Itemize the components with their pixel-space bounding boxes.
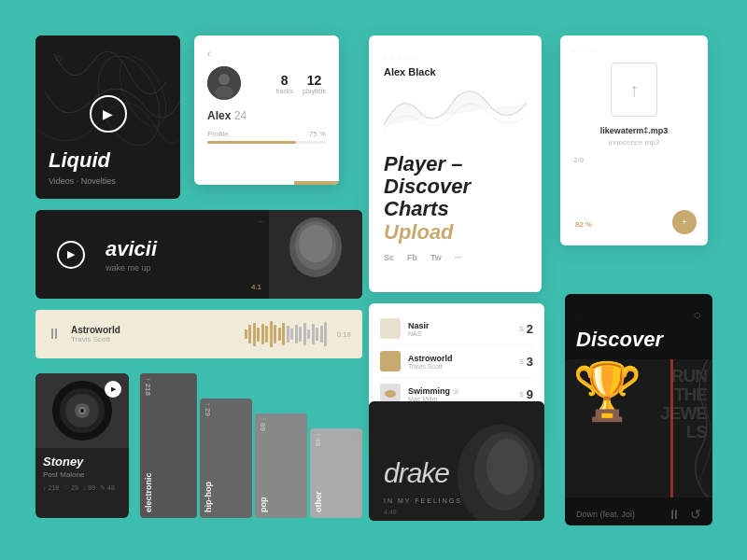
discover-footer: Down (feat. Joi) ⏸ ↺: [565, 497, 712, 525]
swimming-info: Swimming ♪ Mac Miller: [408, 386, 519, 402]
discover-search-icon[interactable]: ○: [694, 307, 701, 322]
discover-controls[interactable]: ⏸ ↺: [668, 507, 701, 522]
card-astroworld-player: ⏸ Astroworld Travis Scott 0:18: [35, 310, 362, 358]
astroworld-icon: [380, 351, 401, 371]
astro-time: 0:18: [336, 330, 351, 339]
svg-point-15: [80, 409, 84, 413]
liquid-subtitle: Videos · Novelties: [49, 176, 116, 186]
astroworld-price: 3: [527, 355, 533, 369]
stoney-info: Stoney Post Malone ♪ 218 ♡ 29 ↓ 89 ✎ 48: [35, 448, 129, 497]
card-genre: electronic ↑ 218 hip-hop ↑ 29 pop ↑ 89 o…: [140, 373, 362, 518]
card-stoney: ▶ Stoney Post Malone ♪ 218 ♡ 29 ↓ 89 ✎ 4…: [35, 373, 129, 518]
upload-icon-box[interactable]: ↑: [611, 63, 657, 117]
drake-name: drake: [384, 457, 449, 489]
discover-song: Down (feat. Joi): [576, 510, 635, 519]
progress-bar: [207, 141, 326, 144]
svg-point-9: [299, 225, 332, 262]
discover-title-area: Discover: [565, 328, 712, 359]
wave-graphic: [384, 79, 527, 140]
playlist-count: 12 playlists: [303, 73, 326, 94]
astro-pause-button[interactable]: ⏸: [47, 326, 62, 343]
swimming-price: 9: [527, 387, 533, 401]
avicii-track: wake me up: [106, 263, 260, 273]
card-drake: drake IN MY FEELINGS 4:49: [369, 401, 544, 521]
discover-wave: [675, 359, 712, 497]
discover-header: · · ○: [565, 294, 712, 328]
discover-title: Discover: [576, 328, 701, 352]
upload-progress-btn[interactable]: +: [672, 210, 697, 234]
profile-name: Alex 24: [207, 109, 326, 122]
drake-track: IN MY FEELINGS: [384, 497, 462, 504]
back-button[interactable]: ‹: [207, 49, 326, 59]
social-tw[interactable]: Tw: [430, 253, 442, 262]
discover-pause-button[interactable]: ⏸: [668, 507, 681, 522]
genre-other[interactable]: other ↑ 48: [310, 428, 362, 518]
social-sc[interactable]: Sc: [384, 253, 394, 262]
avicii-face: [269, 210, 362, 299]
card-player-main: · · · · · Alex Black Player – Discover C…: [369, 35, 542, 292]
svg-point-5: [218, 74, 230, 85]
nasir-dollar-sign: $: [519, 325, 523, 333]
track-count: 8 tracks: [275, 73, 293, 94]
player-artist: Alex Black: [384, 66, 527, 77]
stoney-stat2: ♡ 29: [63, 484, 78, 492]
avicii-menu[interactable]: ···: [258, 217, 264, 226]
card-liquid: ▶ Liquid Videos · Novelties: [35, 35, 180, 199]
page-info: 2/9: [573, 156, 695, 164]
swimming-dollar-sign: $: [519, 390, 523, 399]
play-button[interactable]: ▶: [90, 95, 127, 133]
stoney-stat1: ♪ 218: [43, 484, 59, 492]
nasir-price: 2: [527, 322, 533, 336]
svg-point-6: [215, 86, 233, 99]
stoney-artist: Post Malone: [43, 470, 121, 479]
card-discover: · · ○ Discover 🏆 RUNTHEJEWELS Down (feat…: [565, 294, 712, 525]
astro-artist: Travis Scott: [71, 335, 235, 343]
player-menu[interactable]: Player – Discover Charts Upload: [384, 153, 527, 244]
file-name: likewaterm‡.mp3: [573, 126, 695, 135]
social-fb[interactable]: Fb: [407, 253, 417, 262]
card-avicii: ▶ avicii wake me up 4.1 ···: [35, 210, 362, 299]
social-more[interactable]: ···: [455, 253, 462, 262]
svg-point-19: [486, 439, 528, 495]
avicii-rating: 4.1: [251, 283, 261, 291]
avatar: [207, 66, 241, 100]
trophy-icon: 🏆: [572, 364, 642, 420]
discover-repeat-button[interactable]: ↺: [690, 507, 701, 522]
genre-hiphop[interactable]: hip-hop ↑ 29: [200, 399, 252, 518]
stoney-album-art: ▶: [35, 373, 129, 448]
stoney-play[interactable]: ▶: [105, 381, 121, 398]
card-profile: ‹ 8 tracks 12 playlists Alex 24 Profile …: [194, 35, 339, 185]
astro-title: Astroworld: [71, 325, 235, 335]
liquid-title: Liquid: [49, 148, 110, 173]
edit-button[interactable]: edit: [294, 181, 339, 185]
astro-waveform: [245, 320, 328, 348]
chart-item-nasir: Nasir NAS $ 2: [380, 313, 533, 345]
stoney-stat3: ↓ 89: [83, 484, 95, 492]
upload-percent: 82 %: [575, 220, 592, 229]
avicii-play-button[interactable]: ▶: [57, 241, 85, 269]
stoney-stat4: ✎ 48: [100, 484, 115, 492]
nasir-icon: [380, 318, 401, 339]
nasir-info: Nasir NAS: [408, 321, 519, 337]
stoney-title: Stoney: [43, 455, 121, 469]
card-upload: · · · · · ↑ likewaterm‡.mp3 innocence.mp…: [560, 35, 708, 245]
chart-item-astroworld: Astroworld Travis Scott $ 3: [380, 345, 533, 378]
genre-pop[interactable]: pop ↑ 89: [255, 413, 307, 518]
upload-label[interactable]: Upload: [384, 221, 527, 244]
astroworld-dollar-sign: $: [519, 357, 523, 366]
genre-electronic[interactable]: electronic ↑ 218: [140, 373, 197, 518]
astroworld-info: Astroworld Travis Scott: [408, 354, 519, 370]
avicii-artist: avicii: [106, 237, 260, 261]
drake-time: 4:49: [384, 509, 397, 515]
file-name-2: innocence.mp3: [573, 138, 695, 147]
discover-art: 🏆 RUNTHEJEWELS: [565, 359, 712, 497]
astro-track-info: Astroworld Travis Scott: [71, 325, 235, 343]
